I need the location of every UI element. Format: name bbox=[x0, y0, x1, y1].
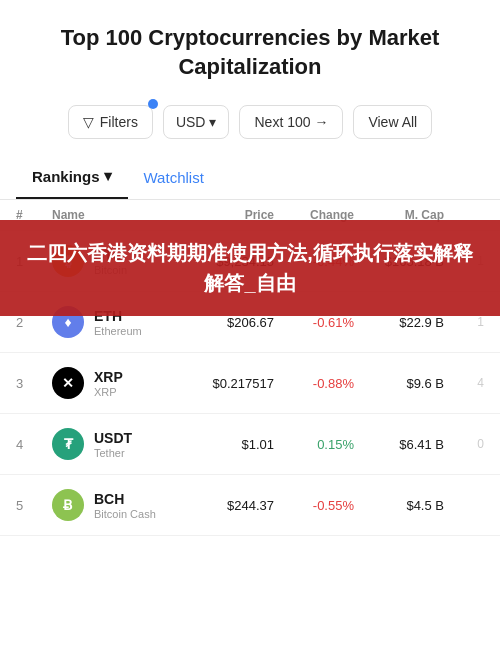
coin-name-block: BCH Bitcoin Cash bbox=[94, 491, 156, 520]
rank-number: 3 bbox=[16, 376, 52, 391]
filters-label: Filters bbox=[100, 114, 138, 130]
coin-extra: 1 bbox=[444, 315, 484, 329]
coin-price: $0.217517 bbox=[174, 376, 274, 391]
coin-info: ₮ USDT Tether bbox=[52, 428, 174, 460]
coin-mcap: $9.6 B bbox=[354, 376, 444, 391]
tab-watchlist[interactable]: Watchlist bbox=[128, 157, 220, 198]
viewall-label: View All bbox=[368, 114, 417, 130]
coin-info: ✕ XRP XRP bbox=[52, 367, 174, 399]
coin-change: -0.88% bbox=[274, 376, 354, 391]
watchlist-label: Watchlist bbox=[144, 169, 204, 186]
rank-number: 4 bbox=[16, 437, 52, 452]
coin-name-block: USDT Tether bbox=[94, 430, 132, 459]
toolbar-dot bbox=[148, 99, 158, 109]
page-header: Top 100 Cryptocurrencies by Market Capit… bbox=[0, 0, 500, 97]
coin-fullname: Ethereum bbox=[94, 325, 142, 337]
next100-button[interactable]: Next 100 → bbox=[239, 105, 343, 139]
rankings-label: Rankings bbox=[32, 168, 100, 185]
coin-icon: ✕ bbox=[52, 367, 84, 399]
coin-symbol: USDT bbox=[94, 430, 132, 446]
coin-fullname: Tether bbox=[94, 447, 132, 459]
coin-extra: 4 bbox=[444, 376, 484, 390]
banner-overlay: 二四六香港资料期期准使用方法,循环执行落实解释解答_自由 bbox=[0, 220, 500, 316]
banner-text: 二四六香港资料期期准使用方法,循环执行落实解释解答_自由 bbox=[27, 242, 473, 294]
coin-mcap: $22.9 B bbox=[354, 315, 444, 330]
page-title: Top 100 Cryptocurrencies by Market Capit… bbox=[20, 24, 480, 81]
coin-change: -0.55% bbox=[274, 498, 354, 513]
rank-number: 5 bbox=[16, 498, 52, 513]
coin-symbol: XRP bbox=[94, 369, 123, 385]
coin-name-block: XRP XRP bbox=[94, 369, 123, 398]
next100-label: Next 100 → bbox=[254, 114, 328, 130]
coin-info: Ƀ BCH Bitcoin Cash bbox=[52, 489, 174, 521]
coin-mcap: $4.5 B bbox=[354, 498, 444, 513]
usd-dropdown-button[interactable]: USD ▾ bbox=[163, 105, 230, 139]
filters-button[interactable]: ▽ Filters bbox=[68, 105, 153, 139]
filter-icon: ▽ bbox=[83, 114, 94, 130]
coin-fullname: XRP bbox=[94, 386, 123, 398]
coin-mcap: $6.41 B bbox=[354, 437, 444, 452]
table-row[interactable]: 3 ✕ XRP XRP $0.217517 -0.88% $9.6 B 4 bbox=[0, 353, 500, 414]
chevron-down-icon: ▾ bbox=[104, 167, 112, 185]
coin-extra: 0 bbox=[444, 437, 484, 451]
coin-symbol: BCH bbox=[94, 491, 156, 507]
coin-price: $244.37 bbox=[174, 498, 274, 513]
coin-change: 0.15% bbox=[274, 437, 354, 452]
usd-label: USD bbox=[176, 114, 206, 130]
viewall-button[interactable]: View All bbox=[353, 105, 432, 139]
table-row[interactable]: 5 Ƀ BCH Bitcoin Cash $244.37 -0.55% $4.5… bbox=[0, 475, 500, 536]
coin-icon: Ƀ bbox=[52, 489, 84, 521]
tab-bar: Rankings ▾ Watchlist bbox=[0, 155, 500, 200]
coin-price: $1.01 bbox=[174, 437, 274, 452]
coin-fullname: Bitcoin Cash bbox=[94, 508, 156, 520]
table-row[interactable]: 4 ₮ USDT Tether $1.01 0.15% $6.41 B 0 bbox=[0, 414, 500, 475]
coin-price: $206.67 bbox=[174, 315, 274, 330]
chevron-down-icon: ▾ bbox=[209, 114, 216, 130]
coin-icon: ₮ bbox=[52, 428, 84, 460]
tab-rankings[interactable]: Rankings ▾ bbox=[16, 155, 128, 199]
toolbar: ▽ Filters USD ▾ Next 100 → View All bbox=[0, 97, 500, 155]
rank-number: 2 bbox=[16, 315, 52, 330]
coin-change: -0.61% bbox=[274, 315, 354, 330]
